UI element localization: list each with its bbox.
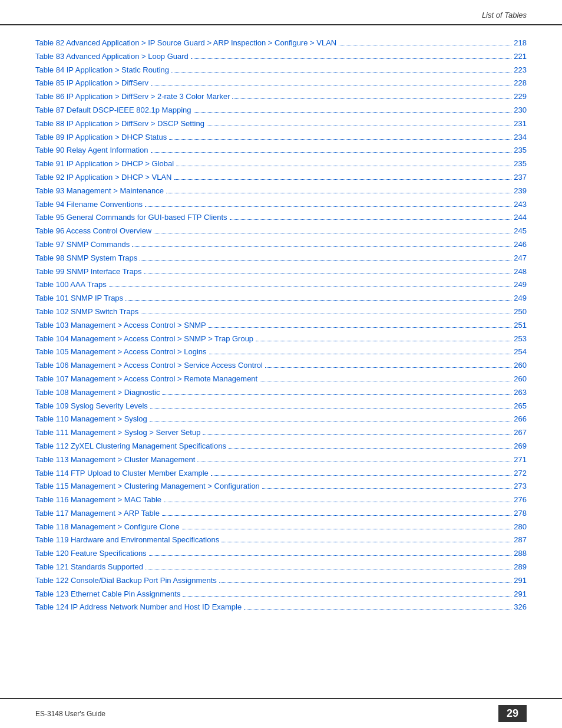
toc-entry[interactable]: Table 98 SNMP System Traps247 (35, 252, 527, 265)
toc-entry-label: Table 112 ZyXEL Clustering Management Sp… (35, 440, 226, 453)
toc-entry-label: Table 99 SNMP Interface Traps (35, 266, 141, 278)
toc-entry-label: Table 95 General Commands for GUI-based … (35, 212, 227, 224)
toc-entry[interactable]: Table 91 IP Application > DHCP > Global2… (35, 158, 527, 170)
toc-entry[interactable]: Table 84 IP Application > Static Routing… (35, 64, 527, 77)
toc-entry-page: 280 (514, 521, 527, 533)
toc-entry[interactable]: Table 122 Console/Dial Backup Port Pin A… (35, 575, 527, 587)
toc-entry-dots (219, 582, 511, 583)
toc-entry-page: 276 (514, 494, 527, 506)
toc-entry-page: 260 (514, 360, 527, 372)
toc-entry-page: 267 (514, 427, 527, 439)
toc-entry-label: Table 123 Ethernet Cable Pin Assignments (35, 588, 180, 601)
toc-entry[interactable]: Table 108 Management > Diagnostic263 (35, 387, 527, 399)
toc-entry[interactable]: Table 124 IP Address Network Number and … (35, 601, 527, 614)
toc-entry-label: Table 97 SNMP Commands (35, 239, 130, 251)
toc-entry[interactable]: Table 95 General Commands for GUI-based … (35, 212, 527, 224)
toc-entry[interactable]: Table 99 SNMP Interface Traps248 (35, 266, 527, 278)
toc-entry[interactable]: Table 93 Management > Maintenance239 (35, 185, 527, 197)
toc-entry[interactable]: Table 104 Management > Access Control > … (35, 333, 527, 345)
toc-entry[interactable]: Table 120 Feature Specifications288 (35, 548, 527, 560)
toc-content: Table 82 Advanced Application > IP Sourc… (0, 37, 562, 650)
toc-entry-dots (207, 126, 511, 126)
toc-entry-dots (150, 421, 512, 421)
toc-entry[interactable]: Table 114 FTP Upload to Cluster Member E… (35, 467, 527, 480)
page-footer: ES-3148 User's Guide 29 (0, 698, 562, 728)
toc-entry[interactable]: Table 90 Relay Agent Information235 (35, 144, 527, 157)
toc-entry[interactable]: Table 107 Management > Access Control > … (35, 373, 527, 386)
toc-entry-label: Table 94 Filename Conventions (35, 199, 143, 211)
toc-entry-page: 291 (514, 575, 527, 587)
toc-entry-dots (230, 219, 512, 220)
toc-entry-dots (339, 45, 511, 45)
toc-entry[interactable]: Table 109 Syslog Severity Levels265 (35, 400, 527, 413)
toc-entry-label: Table 111 Management > Syslog > Server S… (35, 427, 200, 439)
toc-entry-page: 230 (514, 104, 527, 117)
toc-entry-label: Table 90 Relay Agent Information (35, 144, 148, 157)
toc-entry[interactable]: Table 105 Management > Access Control > … (35, 346, 527, 358)
toc-entry[interactable]: Table 102 SNMP Switch Traps250 (35, 306, 527, 318)
toc-entry-dots (203, 434, 511, 435)
toc-entry-dots (262, 488, 511, 489)
toc-entry-dots (260, 381, 511, 381)
toc-entry[interactable]: Table 85 IP Application > DiffServ228 (35, 77, 527, 90)
toc-entry-label: Table 87 Default DSCP-IEEE 802.1p Mappin… (35, 104, 191, 117)
toc-entry-page: 245 (514, 225, 527, 238)
toc-entry-dots (256, 341, 511, 341)
toc-entry[interactable]: Table 113 Management > Cluster Managemen… (35, 454, 527, 466)
toc-entry[interactable]: Table 96 Access Control Overview245 (35, 225, 527, 238)
toc-entry-dots (140, 260, 511, 261)
toc-entry[interactable]: Table 117 Management > ARP Table278 (35, 508, 527, 520)
toc-entry-dots (194, 112, 512, 113)
toc-entry[interactable]: Table 115 Management > Clustering Manage… (35, 480, 527, 493)
toc-entry-label: Table 106 Management > Access Control > … (35, 360, 263, 372)
toc-entry[interactable]: Table 118 Management > Configure Clone28… (35, 521, 527, 533)
toc-entry[interactable]: Table 86 IP Application > DiffServ > 2-r… (35, 91, 527, 103)
toc-entry-page: 269 (514, 440, 527, 453)
toc-entry[interactable]: Table 103 Management > Access Control > … (35, 319, 527, 332)
toc-entry[interactable]: Table 123 Ethernet Cable Pin Assignments… (35, 588, 527, 601)
toc-entry-page: 254 (514, 346, 527, 358)
toc-entry-dots (265, 367, 511, 368)
toc-entry[interactable]: Table 97 SNMP Commands246 (35, 239, 527, 251)
toc-entry-label: Table 122 Console/Dial Backup Port Pin A… (35, 575, 217, 587)
toc-entry-dots (191, 58, 511, 59)
toc-entry[interactable]: Table 92 IP Application > DHCP > VLAN237 (35, 172, 527, 184)
toc-entry[interactable]: Table 119 Hardware and Environmental Spe… (35, 534, 527, 546)
toc-entry-dots (229, 448, 511, 449)
toc-entry-label: Table 121 Standards Supported (35, 561, 143, 574)
toc-entry-dots (109, 286, 512, 287)
toc-entry-page: 253 (514, 333, 527, 345)
toc-entry-page: 244 (514, 212, 527, 224)
toc-entry-page: 221 (514, 51, 527, 63)
toc-entry[interactable]: Table 101 SNMP IP Traps249 (35, 292, 527, 305)
toc-entry[interactable]: Table 88 IP Application > DiffServ > DSC… (35, 118, 527, 130)
toc-entry[interactable]: Table 89 IP Application > DHCP Status234 (35, 131, 527, 144)
toc-entry-dots (166, 193, 511, 193)
toc-entry-page: 250 (514, 306, 527, 318)
toc-entry-page: 235 (514, 158, 527, 170)
toc-entry-page: 223 (514, 64, 527, 77)
toc-entry[interactable]: Table 100 AAA Traps249 (35, 279, 527, 291)
toc-entry[interactable]: Table 111 Management > Syslog > Server S… (35, 427, 527, 439)
toc-entry[interactable]: Table 82 Advanced Application > IP Sourc… (35, 37, 527, 50)
toc-entry-dots (232, 98, 511, 99)
toc-entry-label: Table 85 IP Application > DiffServ (35, 77, 148, 90)
toc-entry-page: 243 (514, 199, 527, 211)
toc-entry-page: 237 (514, 172, 527, 184)
toc-entry[interactable]: Table 121 Standards Supported289 (35, 561, 527, 574)
toc-entry[interactable]: Table 106 Management > Access Control > … (35, 360, 527, 372)
toc-entry-page: 247 (514, 252, 527, 265)
toc-entry-page: 231 (514, 118, 527, 130)
page-header: List of Tables (0, 0, 562, 25)
toc-entry[interactable]: Table 83 Advanced Application > Loop Gua… (35, 51, 527, 63)
toc-entry[interactable]: Table 116 Management > MAC Table276 (35, 494, 527, 506)
toc-entry-label: Table 84 IP Application > Static Routing (35, 64, 169, 77)
toc-entry[interactable]: Table 112 ZyXEL Clustering Management Sp… (35, 440, 527, 453)
toc-entry-page: 239 (514, 185, 527, 197)
toc-entry-dots (211, 475, 511, 476)
toc-entry-label: Table 88 IP Application > DiffServ > DSC… (35, 118, 204, 130)
toc-entry-dots (244, 609, 511, 610)
toc-entry[interactable]: Table 110 Management > Syslog266 (35, 413, 527, 426)
toc-entry[interactable]: Table 87 Default DSCP-IEEE 802.1p Mappin… (35, 104, 527, 117)
toc-entry[interactable]: Table 94 Filename Conventions243 (35, 199, 527, 211)
